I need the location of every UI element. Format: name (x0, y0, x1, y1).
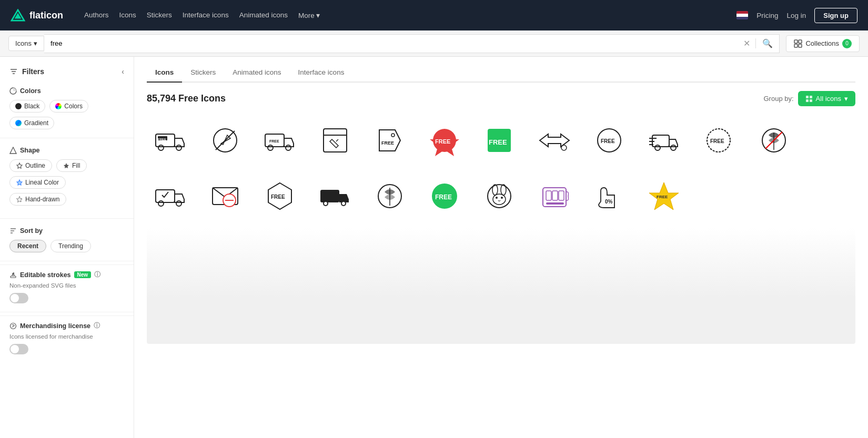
pricing-link[interactable]: Pricing (756, 12, 778, 19)
svg-rect-80 (546, 191, 551, 200)
icon-no-spam[interactable] (201, 172, 249, 220)
language-flag[interactable] (736, 11, 748, 19)
svg-text:FREE: FREE (657, 195, 668, 199)
svg-point-58 (158, 201, 164, 206)
svg-marker-14 (17, 197, 22, 202)
filters-label: Filters (22, 67, 44, 76)
tab-animated-icons[interactable]: Animated icons (224, 65, 289, 83)
tab-icons[interactable]: Icons (147, 65, 182, 83)
icon-free-hex[interactable]: FREE (256, 172, 304, 220)
svg-point-75 (501, 185, 506, 195)
black-dot (15, 103, 22, 109)
shape-section: Shape Outline Fill Lineal Color (0, 141, 134, 215)
search-input-wrap: ✕ 🔍 (44, 34, 780, 53)
sort-trending[interactable]: Trending (51, 240, 91, 252)
nav-icons[interactable]: Icons (119, 11, 136, 19)
icon-slot-machine[interactable] (531, 172, 578, 220)
icon-free-truck-2[interactable]: FREE (256, 117, 304, 164)
login-button[interactable]: Log in (787, 12, 806, 19)
results-count: 85,794 Free Icons (147, 93, 226, 104)
svg-text:FREE: FREE (435, 193, 452, 201)
merch-toggle[interactable] (9, 344, 28, 354)
icon-speedy-truck[interactable] (640, 117, 688, 164)
icon-zero-percent[interactable]: 0% (586, 172, 633, 220)
icon-fast-delivery[interactable] (531, 117, 578, 164)
nav-more[interactable]: More ▾ (298, 11, 320, 19)
merch-title: Merchandising license ⓘ (9, 321, 124, 330)
logo[interactable]: flaticon (11, 9, 63, 22)
svg-rect-20 (806, 96, 809, 98)
signup-button[interactable]: Sign up (814, 8, 857, 23)
collections-label: Collections (805, 39, 839, 47)
icon-black-truck[interactable] (311, 172, 359, 220)
chevron-down-icon: ▾ (34, 39, 37, 47)
filter-icon (9, 67, 18, 76)
svg-text:FREE: FREE (381, 140, 394, 146)
svg-rect-22 (806, 99, 809, 102)
svg-rect-83 (546, 202, 564, 205)
search-input[interactable] (44, 39, 738, 47)
nav-authors[interactable]: Authors (84, 11, 109, 19)
sort-section-title: Sort by (9, 227, 124, 235)
svg-rect-4 (794, 44, 798, 47)
lineal-color-star-icon (16, 179, 23, 186)
shape-lineal-color[interactable]: Lineal Color (9, 176, 66, 189)
svg-text:FREE: FREE (271, 194, 285, 200)
svg-text:FREE: FREE (601, 138, 615, 144)
icon-free-badge-green[interactable]: FREE (476, 117, 523, 164)
nav-stickers[interactable]: Stickers (147, 11, 172, 19)
icon-free-delivery[interactable]: FREE (147, 117, 194, 164)
collapse-sidebar-button[interactable]: ‹ (122, 67, 124, 76)
logo-text: flaticon (29, 10, 63, 21)
svg-rect-35 (324, 129, 347, 152)
nav-animated-icons[interactable]: Animated icons (239, 11, 288, 19)
collections-button[interactable]: Collections 0 (786, 35, 860, 52)
collections-count: 0 (842, 39, 852, 48)
icon-green-free-badge[interactable]: FREE (421, 172, 468, 220)
icon-delivery-check[interactable] (147, 172, 194, 220)
color-colors-label: Colors (64, 103, 83, 110)
shape-fill[interactable]: Fill (56, 159, 87, 172)
search-type-dropdown[interactable]: Icons ▾ (8, 36, 44, 51)
icon-gluten-free-2[interactable] (366, 172, 413, 220)
group-by-button[interactable]: All icons ▾ (798, 91, 855, 106)
icon-rabbit[interactable] (476, 172, 523, 220)
sort-recent[interactable]: Recent (9, 240, 46, 252)
nav-interface-icons[interactable]: Interface icons (183, 11, 229, 19)
editable-info-icon[interactable]: ⓘ (94, 270, 100, 279)
icon-free-badge-red[interactable]: FREE (421, 117, 468, 164)
color-options: Black Colors Gradient (9, 100, 124, 129)
svg-marker-12 (64, 163, 69, 168)
shape-lineal-label: Lineal Color (25, 179, 59, 186)
svg-point-43 (561, 145, 567, 150)
color-gradient-chip[interactable]: Gradient (9, 117, 54, 129)
loading-fade-section (147, 228, 855, 344)
svg-point-76 (493, 194, 506, 205)
icon-edit-card[interactable] (311, 117, 359, 164)
tab-stickers[interactable]: Stickers (182, 65, 224, 83)
icon-free-star-gold[interactable]: FREE (640, 172, 688, 220)
icon-gluten-free[interactable] (750, 117, 798, 164)
editable-icon (9, 271, 17, 279)
icon-free-circle[interactable]: FREE (586, 117, 633, 164)
editable-toggle[interactable] (9, 293, 28, 303)
sort-options: Recent Trending (9, 240, 124, 252)
icon-free-stamp[interactable]: FREE (695, 117, 742, 164)
tab-interface-icons[interactable]: Interface icons (290, 65, 353, 83)
color-colors-chip[interactable]: Colors (49, 100, 88, 113)
search-icon[interactable]: 🔍 (755, 38, 779, 48)
icon-no-edit[interactable] (201, 117, 249, 164)
color-black-chip[interactable]: Black (9, 100, 45, 113)
nav-right: Pricing Log in Sign up (736, 8, 857, 23)
clear-search-icon[interactable]: ✕ (738, 38, 755, 48)
outline-star-icon (16, 162, 23, 169)
shape-outline-label: Outline (25, 162, 45, 169)
icon-free-tag[interactable]: FREE (366, 117, 413, 164)
group-by-area: Group by: All icons ▾ (763, 91, 855, 106)
shape-outline[interactable]: Outline (9, 159, 52, 172)
svg-point-32 (268, 145, 273, 150)
merch-info-icon[interactable]: ⓘ (94, 321, 100, 330)
svg-rect-21 (810, 96, 812, 98)
hand-drawn-star-icon (16, 196, 23, 202)
shape-hand-drawn[interactable]: Hand-drawn (9, 193, 66, 206)
